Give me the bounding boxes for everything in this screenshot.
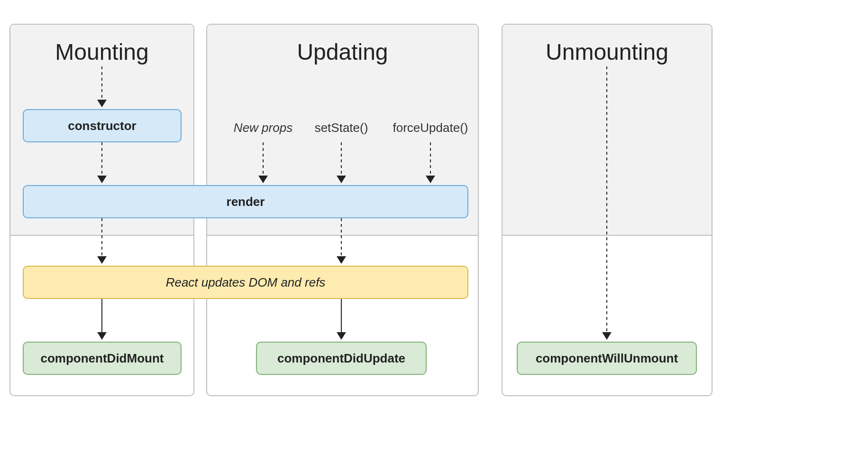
constructor-box: constructor	[23, 109, 182, 142]
lifecycle-diagram: Mounting Updating Unmounting constructor…	[0, 0, 868, 456]
component-will-unmount-box: componentWillUnmount	[517, 342, 697, 375]
unmounting-panel: Unmounting	[502, 24, 713, 396]
component-did-mount-box: componentDidMount	[23, 342, 182, 375]
component-did-update-box: componentDidUpdate	[256, 342, 427, 375]
trigger-force-update: forceUpdate()	[393, 121, 468, 135]
trigger-set-state: setState()	[313, 121, 370, 135]
mounting-title: Mounting	[10, 39, 193, 65]
dom-update-box: React updates DOM and refs	[23, 266, 468, 299]
trigger-new-props: New props	[232, 121, 294, 135]
unmounting-title: Unmounting	[503, 39, 712, 65]
updating-title: Updating	[207, 39, 478, 65]
render-box: render	[23, 185, 468, 218]
